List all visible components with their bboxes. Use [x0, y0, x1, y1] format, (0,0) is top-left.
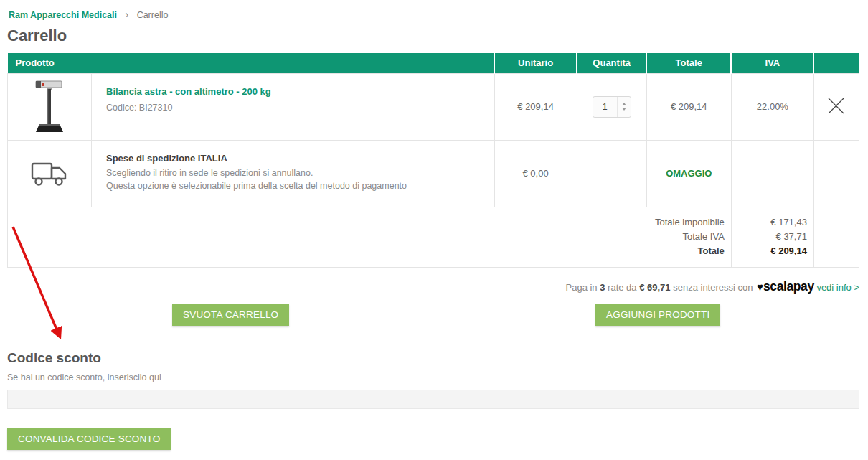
product-vat-rate: 22.00% [731, 73, 813, 140]
product-name-link[interactable]: Bilancia astra - con altimetro - 200 kg [106, 86, 271, 97]
column-header-totale: Totale [646, 53, 731, 73]
total-label: Totale [8, 244, 725, 258]
total-iva-label: Totale IVA [8, 230, 725, 244]
scale-product-image [29, 78, 70, 136]
cart-actions-row: SVUOTA CARRELLO AGGIUNGI PRODOTTI [7, 304, 859, 326]
total-value: € 209,14 [732, 244, 807, 258]
column-header-actions [813, 53, 859, 73]
shipping-note-1: Scegliendo il ritiro in sede le spedizio… [106, 166, 407, 180]
quantity-stepper[interactable]: 1 [593, 96, 631, 118]
column-header-unitario: Unitario [494, 53, 577, 73]
breadcrumb-separator-icon: › [125, 9, 128, 20]
total-imponibile-value: € 171,43 [732, 215, 807, 230]
remove-item-button[interactable] [826, 96, 846, 116]
heart-icon: ♥ [757, 281, 763, 293]
close-icon [826, 96, 846, 116]
cart-totals-row: Totale imponibile Totale IVA Totale € 17… [8, 207, 859, 267]
scalapay-installments-count: 3 [600, 282, 605, 293]
page-title: Carrello [7, 27, 859, 45]
cart-table-header-row: Prodotto Unitario Quantità Totale IVA [8, 53, 859, 73]
cart-row-product: Bilancia astra - con altimetro - 200 kg … [8, 73, 859, 140]
quantity-value[interactable]: 1 [593, 97, 618, 117]
scalapay-logo: scalapay [763, 279, 814, 294]
cart-table: Prodotto Unitario Quantità Totale IVA [7, 53, 859, 268]
discount-hint-text: Se hai un codice sconto, inseriscilo qui [7, 372, 859, 382]
total-imponibile-label: Totale imponibile [8, 215, 725, 230]
quantity-down-icon[interactable] [622, 108, 626, 111]
scalapay-installments-line: Paga in 3 rate da € 69,71 senza interess… [7, 279, 859, 294]
section-divider [7, 339, 859, 339]
column-header-iva: IVA [731, 53, 813, 73]
breadcrumb: Ram Apparecchi Medicali › Carrello [7, 9, 859, 20]
breadcrumb-current: Carrello [137, 10, 169, 20]
total-iva-value: € 37,71 [732, 230, 807, 244]
truck-icon [30, 159, 69, 188]
shipping-unit-price: € 0,00 [494, 140, 577, 207]
product-line-total: € 209,14 [646, 73, 731, 140]
product-image[interactable] [8, 74, 92, 140]
empty-cart-button[interactable]: SVUOTA CARRELLO [172, 304, 289, 326]
discount-code-input[interactable] [7, 390, 859, 409]
product-code: Codice: BI27310 [106, 103, 271, 113]
scalapay-text-3: senza interessi con [673, 282, 753, 293]
column-header-prodotto: Prodotto [8, 53, 495, 73]
quantity-spinner-arrows[interactable] [618, 97, 631, 117]
breadcrumb-home-link[interactable]: Ram Apparecchi Medicali [9, 10, 117, 20]
discount-section-title: Codice sconto [7, 350, 859, 366]
validate-discount-code-button[interactable]: CONVALIDA CODICE SCONTO [7, 428, 171, 450]
scalapay-text-2: rate da [608, 282, 636, 293]
column-header-quantita: Quantità [577, 53, 646, 73]
scalapay-text-1: Paga in [566, 282, 598, 293]
shipping-total-omaggio: OMAGGIO [666, 168, 712, 179]
quantity-up-icon[interactable] [622, 103, 626, 105]
shipping-note-2: Questa opzione è selezionabile prima del… [106, 179, 407, 193]
cart-page: Ram Apparecchi Medicali › Carrello Carre… [0, 0, 868, 460]
add-products-button[interactable]: AGGIUNGI PRODOTTI [595, 304, 720, 326]
cart-row-shipping: Spese di spedizione ITALIA Scegliendo il… [8, 140, 859, 207]
scalapay-info-link[interactable]: vedi info > [816, 282, 859, 293]
product-unit-price: € 209,14 [494, 73, 577, 140]
shipping-title: Spese di spedizione ITALIA [106, 153, 407, 164]
scalapay-installment-amount: € 69,71 [639, 282, 670, 293]
